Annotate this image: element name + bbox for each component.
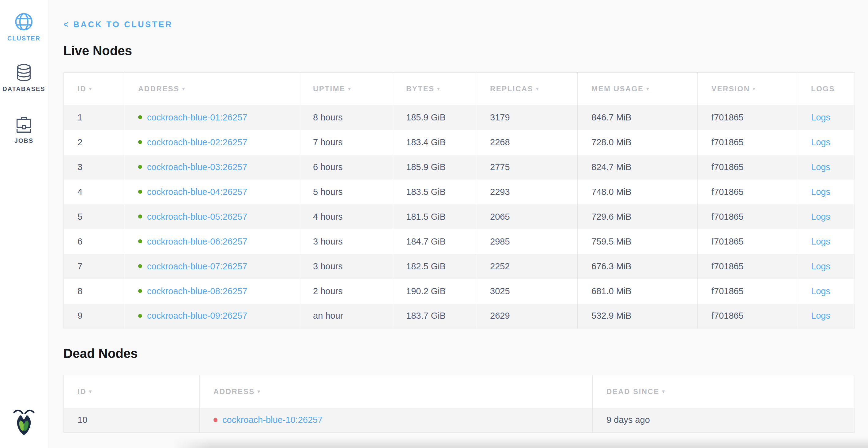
logs-cell: Logs [797,229,855,254]
dead-nodes-table: ID▾ADDRESS▾DEAD SINCE▾10cockroach-blue-1… [63,375,855,433]
bytes-cell: 185.9 GiB [392,105,476,130]
logs-link[interactable]: Logs [811,137,830,147]
table-row: 2cockroach-blue-02:262577 hours183.4 GiB… [64,130,855,155]
sort-arrow-icon: ▾ [89,86,92,91]
node-status-dot [138,115,142,119]
version-cell: f701865 [698,254,797,279]
back-to-cluster-link[interactable]: < BACK TO CLUSTER [63,20,173,29]
column-header-version[interactable]: VERSION▾ [698,72,797,105]
sidebar-item-jobs[interactable]: JOBS [14,115,33,144]
node-address-link[interactable]: cockroach-blue-08:26257 [147,286,247,296]
column-header-label: BYTES [406,85,435,93]
column-header-id[interactable]: ID▾ [64,72,124,105]
logs-link[interactable]: Logs [811,162,830,172]
cockroachdb-logo[interactable] [12,408,36,438]
logs-cell: Logs [797,204,855,229]
node-status-dot [138,289,142,293]
sidebar-item-databases[interactable]: DATABASES [2,63,45,93]
column-header-address[interactable]: ADDRESS▾ [124,72,299,105]
sort-arrow-icon: ▾ [182,86,185,91]
column-header-id[interactable]: ID▾ [64,376,200,408]
uptime-cell: 6 hours [299,155,392,180]
table-row: 7cockroach-blue-07:262573 hours182.5 GiB… [64,254,855,279]
table-row: 4cockroach-blue-04:262575 hours183.5 GiB… [64,180,855,204]
column-header-label: UPTIME [313,85,345,93]
column-header-uptime[interactable]: UPTIME▾ [299,72,392,105]
replicas-cell: 2775 [476,155,578,180]
column-header-replicas[interactable]: REPLICAS▾ [476,72,578,105]
sort-arrow-icon: ▾ [647,86,649,91]
globe-icon [14,12,34,32]
table-row: 1cockroach-blue-01:262578 hours185.9 GiB… [64,105,855,130]
id-cell: 4 [64,180,124,204]
address-cell: cockroach-blue-04:26257 [124,180,299,204]
mem-usage-cell: 846.7 MiB [578,105,698,130]
bytes-cell: 190.2 GiB [392,279,476,304]
column-header-mem-usage[interactable]: MEM USAGE▾ [578,72,698,105]
bytes-cell: 181.5 GiB [392,204,476,229]
table-row: 5cockroach-blue-05:262574 hours181.5 GiB… [64,204,855,229]
table-row: 6cockroach-blue-06:262573 hours184.7 GiB… [64,229,855,254]
sidebar-item-label: DATABASES [2,86,45,93]
node-address-link[interactable]: cockroach-blue-07:26257 [147,261,247,271]
logs-link[interactable]: Logs [811,212,830,221]
table-header-row: ID▾ADDRESS▾UPTIME▾BYTES▾REPLICAS▾MEM USA… [64,72,855,105]
mem-usage-cell: 759.5 MiB [578,229,698,254]
address-cell: cockroach-blue-08:26257 [124,279,299,304]
sort-arrow-icon: ▾ [662,389,664,394]
node-address-link[interactable]: cockroach-blue-09:26257 [147,311,247,321]
version-cell: f701865 [698,180,797,204]
table-header-row: ID▾ADDRESS▾DEAD SINCE▾ [64,376,855,408]
column-header-bytes[interactable]: BYTES▾ [392,72,476,105]
column-header-address[interactable]: ADDRESS▾ [200,376,593,408]
column-header-label: ID [78,387,86,396]
sort-arrow-icon: ▾ [89,389,92,394]
node-address-link[interactable]: cockroach-blue-10:26257 [222,415,322,425]
mem-usage-cell: 729.6 MiB [578,204,698,229]
briefcase-icon [14,115,33,134]
address-cell: cockroach-blue-07:26257 [124,254,299,279]
logs-link[interactable]: Logs [811,311,830,321]
node-address-link[interactable]: cockroach-blue-01:26257 [147,113,247,122]
node-address-link[interactable]: cockroach-blue-05:26257 [147,212,247,221]
column-header-label: MEM USAGE [591,85,644,93]
logs-link[interactable]: Logs [811,237,830,246]
node-address-link[interactable]: cockroach-blue-03:26257 [147,162,247,172]
address-cell: cockroach-blue-05:26257 [124,204,299,229]
node-address-link[interactable]: cockroach-blue-02:26257 [147,137,247,147]
id-cell: 9 [64,304,124,328]
node-status-dot [138,190,142,194]
live-nodes-table: ID▾ADDRESS▾UPTIME▾BYTES▾REPLICAS▾MEM USA… [63,72,855,328]
logs-link[interactable]: Logs [811,286,830,296]
version-cell: f701865 [698,229,797,254]
mem-usage-cell: 728.0 MiB [578,130,698,155]
main-content: < BACK TO CLUSTER Live Nodes ID▾ADDRESS▾… [48,0,868,433]
column-header-label: ADDRESS [138,85,180,93]
node-status-dot [138,140,142,144]
dead-nodes-title: Dead Nodes [63,346,868,361]
node-status-dot [138,239,142,243]
node-status-dot [138,264,142,268]
uptime-cell: 3 hours [299,229,392,254]
sidebar-item-cluster[interactable]: CLUSTER [7,12,40,42]
id-cell: 3 [64,155,124,180]
node-address-link[interactable]: cockroach-blue-06:26257 [147,237,247,246]
bytes-cell: 185.9 GiB [392,155,476,180]
bytes-cell: 182.5 GiB [392,254,476,279]
sidebar-item-label: JOBS [14,137,33,144]
logs-link[interactable]: Logs [811,113,830,122]
address-cell: cockroach-blue-06:26257 [124,229,299,254]
column-header-logs: LOGS [797,72,855,105]
column-header-dead-since[interactable]: DEAD SINCE▾ [593,376,855,408]
logs-link[interactable]: Logs [811,261,830,271]
mem-usage-cell: 532.9 MiB [578,304,698,328]
logs-link[interactable]: Logs [811,187,830,197]
column-header-label: REPLICAS [490,85,533,93]
version-cell: f701865 [698,204,797,229]
node-address-link[interactable]: cockroach-blue-04:26257 [147,187,247,197]
version-cell: f701865 [698,105,797,130]
version-cell: f701865 [698,130,797,155]
column-header-label: DEAD SINCE [607,387,659,396]
replicas-cell: 2252 [476,254,578,279]
replicas-cell: 2629 [476,304,578,328]
